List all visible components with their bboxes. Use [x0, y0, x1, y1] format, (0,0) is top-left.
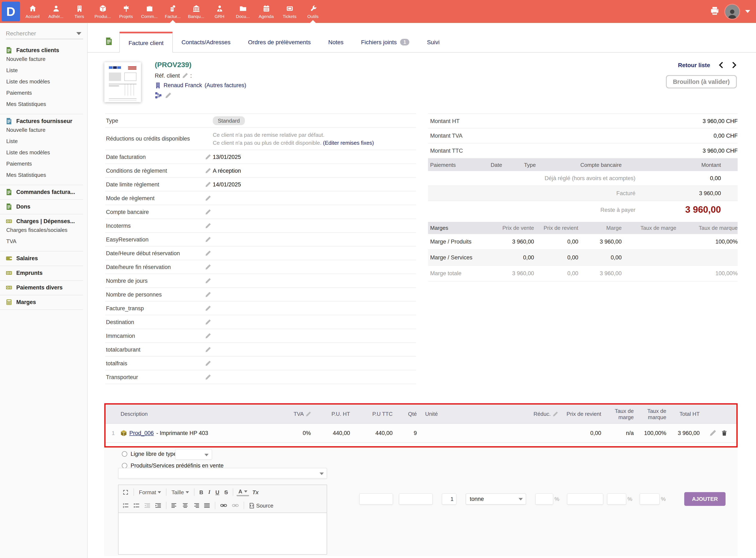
sidebar-title-factures-fournisseur[interactable]: Factures fournisseur	[0, 118, 83, 124]
previous-record-icon[interactable]	[718, 62, 724, 68]
link-button[interactable]	[219, 503, 229, 508]
bullet-list-button[interactable]	[132, 502, 141, 509]
project-link-icon[interactable]	[155, 92, 162, 99]
menu-item-banques[interactable]: Banqu...	[185, 0, 208, 23]
qty-input[interactable]	[442, 493, 457, 505]
align-left-button[interactable]	[170, 502, 179, 509]
edit-field-icon[interactable]	[205, 374, 211, 380]
invoice-thumbnail[interactable]	[104, 62, 141, 102]
sidebar-item-paiements[interactable]: Paiements	[0, 87, 83, 98]
sidebar-title-factures-clients[interactable]: Factures clients	[0, 47, 83, 53]
sidebar-title-charges-depenses[interactable]: Charges | Dépenses...	[0, 218, 83, 224]
strikethrough-button[interactable]: S	[223, 488, 229, 496]
search-dropdown-caret-icon[interactable]	[76, 32, 81, 35]
menu-item-accueil[interactable]: Accueil	[21, 0, 44, 23]
sidebar-item-nouvelle-facture[interactable]: Nouvelle facture	[0, 53, 83, 65]
tab-notes[interactable]: Notes	[319, 32, 352, 52]
margin-rate-input[interactable]	[640, 493, 660, 505]
edit-tva-icon[interactable]	[306, 411, 311, 416]
back-to-list-link[interactable]: Retour liste	[678, 62, 710, 68]
product-ref-link[interactable]: Prod_006	[129, 430, 154, 436]
price-ttc-input[interactable]	[399, 493, 433, 505]
sidebar-title-marges[interactable]: Marges	[0, 299, 83, 305]
tab-fichiers-joints[interactable]: Fichiers joints 1	[352, 32, 418, 52]
edit-field-icon[interactable]	[205, 223, 211, 228]
cost-price-input[interactable]	[567, 493, 603, 505]
sidebar-item-liste-modeles[interactable]: Liste des modèles	[0, 76, 83, 87]
edit-project-icon[interactable]	[165, 92, 171, 98]
align-right-button[interactable]	[192, 502, 201, 509]
print-button[interactable]	[710, 6, 719, 17]
edit-field-icon[interactable]	[205, 347, 211, 352]
menu-item-commerce[interactable]: Comm...	[138, 0, 161, 23]
customer-other-invoices-link[interactable]: (Autres factures)	[205, 82, 246, 88]
price-ht-input[interactable]	[359, 493, 393, 505]
align-justify-button[interactable]	[202, 502, 212, 509]
customer-link[interactable]: Renaud Franck	[164, 82, 202, 88]
predefined-radio[interactable]	[122, 463, 127, 468]
tab-suivi[interactable]: Suivi	[418, 32, 448, 52]
menu-item-produits[interactable]: Produi...	[91, 0, 114, 23]
edit-field-icon[interactable]	[205, 305, 211, 311]
italic-button[interactable]: I	[206, 488, 212, 496]
tab-facture-client[interactable]: Facture client	[119, 32, 173, 53]
sidebar-item-liste-modeles-fournisseur[interactable]: Liste des modèles	[0, 147, 83, 158]
outdent-button[interactable]	[143, 502, 152, 509]
menu-item-facturation[interactable]: Factur...	[161, 0, 185, 23]
edit-field-icon[interactable]	[205, 182, 211, 187]
edit-field-icon[interactable]	[205, 154, 211, 159]
sidebar-item-nouvelle-facture-fournisseur[interactable]: Nouvelle facture	[0, 124, 83, 135]
bold-button[interactable]: B	[198, 488, 205, 496]
edit-reduc-icon[interactable]	[553, 411, 558, 416]
product-select[interactable]	[118, 468, 327, 479]
sidebar-item-paiements-fournisseur[interactable]: Paiements	[0, 158, 83, 169]
ordered-list-button[interactable]	[121, 502, 130, 509]
edit-field-icon[interactable]	[205, 209, 211, 214]
edit-field-icon[interactable]	[205, 237, 211, 242]
edit-field-icon[interactable]	[205, 292, 211, 297]
size-dropdown[interactable]: Taille	[170, 488, 191, 496]
description-textarea[interactable]	[119, 512, 327, 554]
dolibarr-logo[interactable]: D	[2, 2, 20, 21]
next-record-icon[interactable]	[732, 62, 737, 68]
edit-field-icon[interactable]	[205, 278, 211, 283]
unit-select[interactable]: tonne	[466, 493, 526, 505]
tab-ordres-prelevements[interactable]: Ordres de prélèvements	[239, 32, 319, 52]
source-button[interactable]: Source	[247, 502, 275, 509]
user-avatar[interactable]	[725, 4, 739, 19]
align-center-button[interactable]	[181, 502, 190, 509]
edit-ref-client-icon[interactable]	[182, 73, 188, 78]
free-line-type-select[interactable]	[175, 449, 212, 460]
menu-item-tickets[interactable]: Tickets	[278, 0, 301, 23]
menu-item-projets[interactable]: Projets	[114, 0, 138, 23]
text-color-button[interactable]: A	[237, 488, 249, 496]
menu-item-outils[interactable]: Outils	[301, 0, 324, 23]
edit-field-icon[interactable]	[205, 360, 211, 366]
discount-input[interactable]	[607, 493, 626, 505]
sidebar-title-dons[interactable]: Dons	[0, 204, 83, 210]
sidebar-item-mes-statistiques-fournisseur[interactable]: Mes Statistiques	[0, 169, 83, 181]
menu-item-tiers[interactable]: Tiers	[68, 0, 91, 23]
edit-field-icon[interactable]	[205, 250, 211, 256]
vat-rate-input[interactable]	[535, 493, 553, 505]
search-input[interactable]	[6, 30, 68, 37]
format-dropdown[interactable]: Format	[137, 488, 163, 496]
menu-item-grh[interactable]: GRH	[208, 0, 231, 23]
tab-contacts-adresses[interactable]: Contacts/Adresses	[173, 32, 239, 52]
edit-field-icon[interactable]	[205, 333, 211, 338]
sidebar-title-emprunts[interactable]: Emprunts	[0, 270, 83, 276]
edit-fixed-discounts-link[interactable]: (Editer remises fixes)	[323, 140, 374, 146]
sidebar-item-charges-fiscales[interactable]: Charges fiscales/sociales	[0, 224, 83, 236]
delete-line-icon[interactable]	[722, 430, 727, 436]
sidebar-title-salaires[interactable]: Salaires	[0, 255, 83, 261]
sidebar-title-paiements-divers[interactable]: Paiements divers	[0, 284, 83, 291]
edit-field-icon[interactable]	[205, 168, 211, 173]
menu-item-adherents[interactable]: Adhér...	[44, 0, 68, 23]
user-menu-chevron-icon[interactable]	[745, 10, 750, 13]
sidebar-item-liste-fournisseur[interactable]: Liste	[0, 135, 83, 147]
free-line-radio[interactable]	[122, 451, 127, 457]
menu-item-documents[interactable]: Docu...	[231, 0, 254, 23]
indent-button[interactable]	[153, 502, 163, 509]
sidebar-item-mes-statistiques[interactable]: Mes Statistiques	[0, 98, 83, 110]
add-line-button[interactable]: AJOUTER	[684, 492, 726, 506]
